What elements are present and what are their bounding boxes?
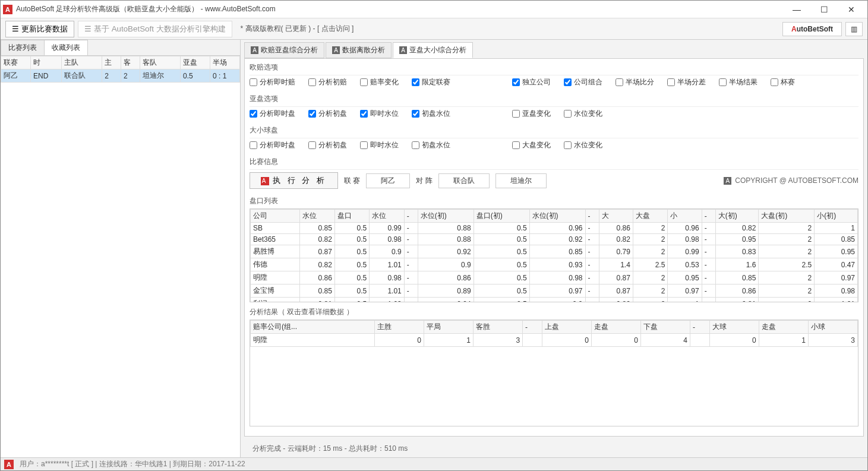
table-row[interactable]: SB0.850.50.99-0.880.50.96-0.8620.96-0.82…: [251, 223, 858, 234]
chk-ou-live[interactable]: 分析即时盘: [250, 140, 295, 150]
table-row[interactable]: 伟德0.820.51.01-0.90.50.93-1.42.50.53-1.62…: [251, 258, 858, 271]
col-header[interactable]: 小球: [808, 321, 857, 334]
col-header[interactable]: 主胜: [374, 321, 424, 334]
book-icon[interactable]: ▥: [845, 22, 863, 36]
odds-table: 公司水位盘口水位-水位(初)盘口(初)水位(初)-大大盘小-大(初)大盘(初)小…: [250, 209, 858, 302]
chk-live-odds[interactable]: 分析即时赔: [250, 77, 295, 87]
footer: A 用户：a********t [ 正式 ] | 连接线路：华中线路1 | 到期…: [1, 457, 867, 470]
table-row[interactable]: 阿乙END联合队22坦迪尔0.50 : 1: [1, 69, 240, 83]
col-header[interactable]: -: [585, 210, 599, 223]
col-header[interactable]: 主队: [62, 56, 102, 69]
chk-ou-waterchange[interactable]: 水位变化: [564, 140, 602, 150]
col-header[interactable]: 公司: [251, 210, 300, 223]
table-row[interactable]: 金宝博0.850.51.01-0.890.50.97-0.8720.97-0.8…: [251, 285, 858, 298]
col-header[interactable]: -: [523, 321, 542, 334]
group-match-title: 比赛信息: [250, 157, 858, 167]
col-header[interactable]: 大盘: [633, 210, 667, 223]
tab-favorites[interactable]: 收藏列表: [44, 40, 88, 55]
chk-asia-initwater[interactable]: 初盘水位: [412, 109, 450, 119]
chk-ou-init[interactable]: 分析初盘: [308, 140, 347, 150]
chk-co-combo[interactable]: 公司组合: [564, 77, 602, 87]
col-header[interactable]: 大(初): [715, 210, 759, 223]
league-label: 联 赛: [344, 176, 360, 186]
close-button[interactable]: ✕: [838, 1, 865, 18]
col-header[interactable]: 水位(初): [529, 210, 585, 223]
col-header[interactable]: 下盘: [640, 321, 690, 334]
col-header[interactable]: 盘口(初): [474, 210, 529, 223]
chk-cup[interactable]: 杯赛: [771, 77, 795, 87]
col-header[interactable]: -: [404, 210, 418, 223]
col-header[interactable]: 水位: [300, 210, 334, 223]
titlebar: A AutoBetSoft 足球分析软件高级版（欧赔亚盘大小全能版） - www…: [1, 1, 867, 18]
col-header[interactable]: -: [690, 321, 710, 334]
chk-ht-score[interactable]: 半场比分: [616, 77, 654, 87]
chk-indep-co[interactable]: 独立公司: [512, 77, 551, 87]
table-row[interactable]: Bet3650.820.50.98-0.880.50.92-0.8220.98-…: [251, 234, 858, 245]
chk-ou-initwater[interactable]: 初盘水位: [412, 140, 450, 150]
chk-asia-change[interactable]: 亚盘变化: [512, 109, 551, 119]
chk-ht-result[interactable]: 半场结果: [719, 77, 757, 87]
refresh-button[interactable]: ☰更新比赛数据: [5, 21, 74, 37]
col-header[interactable]: 大球: [709, 321, 759, 334]
chk-asia-live[interactable]: 分析即时盘: [250, 109, 295, 119]
col-header[interactable]: 盘口: [334, 210, 369, 223]
match-table: 联赛时主队主客客队亚盘半场 阿乙END联合队22坦迪尔0.50 : 1: [1, 56, 240, 83]
col-header[interactable]: 走盘: [591, 321, 640, 334]
tab-asia-ou[interactable]: A亚盘大小综合分析: [393, 42, 473, 58]
execute-button[interactable]: A执 行 分 析: [250, 172, 338, 189]
col-header[interactable]: 小(初): [815, 210, 858, 223]
copyright: ACOPYRIGHT @ AUTOBETSOFT.COM: [724, 176, 858, 185]
chk-limit-league[interactable]: 限定联赛: [412, 77, 450, 87]
odds-list-title: 盘口列表: [250, 196, 858, 206]
col-header[interactable]: 水位(初): [418, 210, 474, 223]
vs-label: 对 阵: [416, 176, 432, 186]
chk-ou-livewater[interactable]: 即时水位: [360, 140, 399, 150]
col-header[interactable]: 客队: [140, 56, 180, 69]
col-header[interactable]: 主: [102, 56, 121, 69]
minimize-button[interactable]: —: [783, 1, 810, 18]
home-value: 联合队: [438, 173, 490, 188]
table-row[interactable]: 明陞0.860.50.98-0.860.50.98-0.8720.95-0.85…: [251, 271, 858, 285]
chk-asia-init[interactable]: 分析初盘: [308, 109, 347, 119]
col-header[interactable]: 客: [121, 56, 140, 69]
table-row[interactable]: 利记0.810.51.03-0.940.50.9-0.8221-0.8121.0…: [251, 298, 858, 303]
col-header[interactable]: 上盘: [542, 321, 591, 334]
col-header[interactable]: 亚盘: [180, 56, 210, 69]
right-panel: A欧赔亚盘综合分析 A数据离散分析 A亚盘大小综合分析 欧赔选项 分析即时赔 分…: [241, 40, 867, 457]
col-header[interactable]: 时: [30, 56, 61, 69]
chk-init-odds[interactable]: 分析初赔: [308, 77, 347, 87]
tab-dispersion[interactable]: A数据离散分析: [326, 42, 392, 58]
left-panel: 比赛列表 收藏列表 联赛时主队主客客队亚盘半场 阿乙END联合队22坦迪尔0.5…: [1, 40, 241, 457]
list-icon: ☰: [12, 24, 19, 33]
chk-ht-diff[interactable]: 半场分差: [667, 77, 706, 87]
table-row[interactable]: 易胜博0.870.50.9-0.920.50.85-0.7920.99-0.83…: [251, 245, 858, 258]
col-header[interactable]: 走盘: [759, 321, 808, 334]
col-header[interactable]: 半场: [210, 56, 239, 69]
maximize-button[interactable]: ☐: [810, 1, 838, 18]
group-ou-title: 大小球盘: [250, 125, 858, 135]
group-euro-title: 欧赔选项: [250, 62, 858, 72]
col-header[interactable]: -: [702, 210, 715, 223]
status-line: 分析完成 - 云端耗时：15 ms - 总共耗时：510 ms: [241, 440, 867, 457]
col-header[interactable]: 客胜: [474, 321, 523, 334]
tab-euro-asia[interactable]: A欧赔亚盘综合分析: [244, 42, 324, 58]
group-asia-title: 亚盘选项: [250, 94, 858, 104]
col-header[interactable]: 大: [599, 210, 633, 223]
col-header[interactable]: 平局: [424, 321, 473, 334]
chk-asia-livewater[interactable]: 即时水位: [360, 109, 399, 119]
footer-text: 用户：a********t [ 正式 ] | 连接线路：华中线路1 | 到期日期…: [20, 459, 245, 469]
list-icon: ☰: [84, 24, 91, 33]
away-value: 坦迪尔: [495, 173, 547, 188]
chk-asia-waterchange[interactable]: 水位变化: [564, 109, 602, 119]
col-header[interactable]: 赔率公司(组...: [251, 321, 375, 334]
tutorial-link[interactable]: * 高级版教程( 已更新 ) - [ 点击访问 ]: [241, 24, 354, 34]
col-header[interactable]: 大盘(初): [759, 210, 815, 223]
result-table: 赔率公司(组...主胜平局客胜-上盘走盘下盘-大球走盘小球 明陞01300401…: [250, 320, 858, 347]
chk-ou-change[interactable]: 大盘变化: [512, 140, 551, 150]
tab-match-list[interactable]: 比赛列表: [1, 40, 45, 55]
col-header[interactable]: 水位: [370, 210, 404, 223]
table-row[interactable]: 明陞013004013: [251, 334, 858, 347]
chk-odds-change[interactable]: 赔率变化: [360, 77, 399, 87]
col-header[interactable]: 联赛: [1, 56, 31, 69]
col-header[interactable]: 小: [668, 210, 702, 223]
